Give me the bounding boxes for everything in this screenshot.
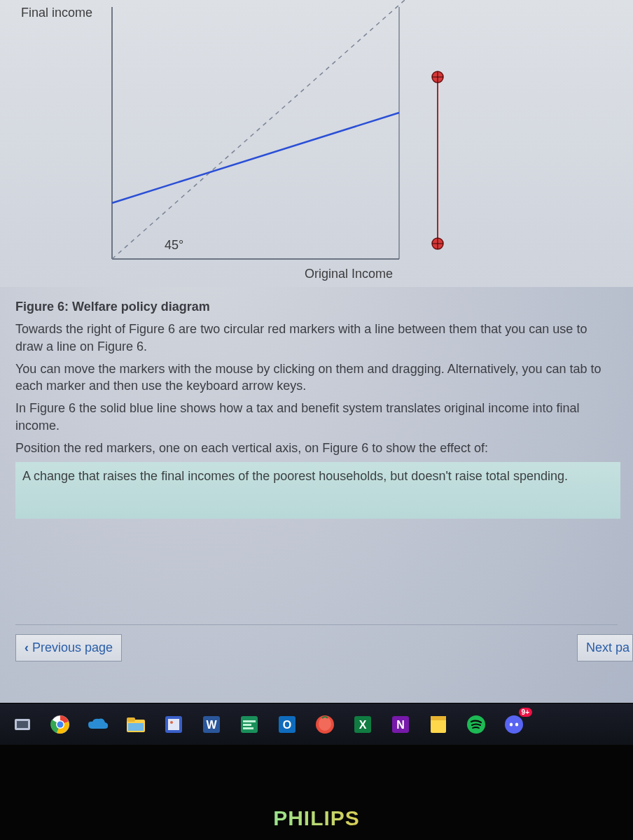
chart-svg [0,0,633,287]
instruction-para-4: Position the red markers, one on each ve… [0,435,633,458]
svg-text:O: O [283,719,291,731]
monitor-bezel: PHILIPS [0,745,633,840]
previous-page-button[interactable]: ‹ Previous page [15,634,122,662]
file-explorer-icon[interactable] [123,712,148,737]
prev-label: Previous page [32,640,113,654]
svg-rect-22 [168,719,179,730]
onedrive-icon[interactable] [85,712,111,737]
svg-rect-28 [243,724,251,726]
instruction-para-2: You can move the markers with the mouse … [0,356,633,396]
svg-point-33 [319,717,331,731]
code-icon[interactable] [237,712,262,737]
svg-rect-27 [243,720,256,722]
instruction-para-1: Towards the right of Figure 6 are two ci… [0,316,633,356]
next-label: Next pa [586,640,629,654]
svg-text:N: N [396,719,405,731]
generic-app-icon[interactable] [312,712,338,737]
notification-badge: 9+ [519,708,532,717]
onenote-icon[interactable]: N [388,712,413,737]
svg-rect-13 [17,721,28,728]
figure-caption: Figure 6: Welfare policy diagram [0,287,633,316]
svg-line-4 [112,113,399,203]
next-page-button[interactable]: Next pa [577,634,633,662]
instruction-para-3: In Figure 6 the solid blue line shows ho… [0,396,633,435]
excel-icon[interactable]: X [350,712,375,737]
chrome-icon[interactable] [48,712,73,737]
svg-line-3 [112,0,417,259]
svg-point-41 [505,715,523,734]
monitor-brand: PHILIPS [0,806,633,830]
svg-point-42 [510,722,513,726]
welfare-chart: Final income 45° Original Income [0,0,633,287]
task-view-icon[interactable] [10,712,35,737]
word-icon[interactable]: W [199,712,224,737]
outlook-icon[interactable]: O [274,712,300,737]
nav-row: ‹ Previous page Next pa [0,634,633,668]
windows-taskbar[interactable]: W O X N 9+ [0,703,633,745]
notes-icon[interactable] [426,712,451,737]
discord-icon[interactable]: 9+ [501,712,527,737]
svg-rect-29 [243,727,253,729]
svg-point-23 [170,721,173,724]
angle-label: 45° [165,238,183,253]
red-marker-top[interactable] [431,70,445,84]
svg-rect-39 [431,716,446,720]
chevron-left-icon: ‹ [25,640,32,654]
screen-content: Final income 45° Original Income Fi [0,0,633,756]
snip-icon[interactable] [161,712,186,737]
divider [15,624,618,625]
red-marker-bottom[interactable] [431,237,445,251]
question-prompt: A change that raises the final incomes o… [15,462,620,518]
svg-rect-19 [127,718,135,722]
svg-text:X: X [359,719,367,731]
svg-text:W: W [206,719,217,731]
svg-point-17 [57,721,64,727]
svg-rect-20 [128,723,144,731]
spotify-icon[interactable] [464,712,489,737]
svg-point-43 [515,722,518,726]
x-axis-label: Original Income [305,267,393,281]
